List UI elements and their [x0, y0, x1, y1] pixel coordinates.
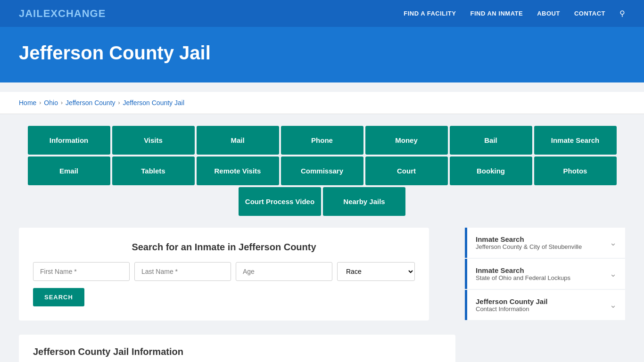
nav-find-facility[interactable]: FIND A FACILITY: [404, 10, 456, 17]
sidebar-text-1: Inmate Search State of Ohio and Federal …: [476, 266, 570, 281]
breadcrumb-ohio[interactable]: Ohio: [44, 99, 58, 107]
sidebar: Inmate Search Jefferson County & City of…: [465, 228, 625, 362]
info-preview: Jefferson County Jail Information: [19, 335, 455, 362]
sidebar-item-1[interactable]: Inmate Search State of Ohio and Federal …: [465, 259, 625, 289]
tile-money[interactable]: Money: [365, 126, 448, 155]
chevron-icon-2: ⌄: [610, 300, 617, 310]
tile-court[interactable]: Court: [365, 156, 448, 185]
tile-visits[interactable]: Visits: [112, 126, 195, 155]
age-input[interactable]: [236, 262, 332, 281]
tile-information[interactable]: Information: [28, 126, 110, 155]
bottom-section: Search for an Inmate in Jefferson County…: [19, 228, 625, 362]
tile-booking[interactable]: Booking: [450, 156, 532, 185]
breadcrumb: Home › Ohio › Jefferson County › Jeffers…: [0, 92, 644, 114]
search-icon[interactable]: ⚲: [619, 9, 625, 18]
tiles-row-2: EmailTabletsRemote VisitsCommissaryCourt…: [19, 156, 625, 185]
chevron-icon-1: ⌄: [610, 269, 617, 279]
tile-phone[interactable]: Phone: [281, 126, 363, 155]
page-title: Jefferson County Jail: [19, 42, 625, 64]
nav-about[interactable]: ABOUT: [537, 10, 560, 17]
main-content: Home › Ohio › Jefferson County › Jeffers…: [0, 82, 644, 362]
site-logo[interactable]: JAILEXCHANGE: [19, 8, 106, 20]
logo-exchange: EXCHANGE: [43, 8, 106, 19]
hero-section: Jefferson County Jail: [0, 28, 644, 82]
sidebar-item-0[interactable]: Inmate Search Jefferson County & City of…: [465, 228, 625, 258]
tiles-row-3: Court Process VideoNearby Jails: [19, 187, 625, 216]
tiles-row-1: InformationVisitsMailPhoneMoneyBailInmat…: [19, 126, 625, 155]
search-fields: Race White Black Hispanic Asian Other: [33, 262, 415, 281]
sidebar-subtitle-0: Jefferson County & City of Steubenville: [476, 243, 582, 250]
breadcrumb-sep-1: ›: [39, 99, 41, 106]
breadcrumb-home[interactable]: Home: [19, 99, 36, 107]
tile-court-process-video[interactable]: Court Process Video: [239, 187, 321, 216]
main-nav: FIND A FACILITY FIND AN INMATE ABOUT CON…: [404, 9, 625, 18]
search-heading: Search for an Inmate in Jefferson County: [33, 242, 415, 253]
sidebar-title-1: Inmate Search: [476, 266, 570, 274]
sidebar-subtitle-2: Contact Information: [476, 305, 548, 313]
chevron-icon-0: ⌄: [610, 238, 617, 248]
tile-photos[interactable]: Photos: [534, 156, 617, 185]
site-header: JAILEXCHANGE FIND A FACILITY FIND AN INM…: [0, 0, 644, 28]
breadcrumb-sep-3: ›: [118, 99, 120, 106]
logo-jail: JAIL: [19, 8, 43, 19]
sidebar-text-2: Jefferson County Jail Contact Informatio…: [476, 297, 548, 313]
search-button[interactable]: SEARCH: [33, 288, 84, 306]
tile-mail[interactable]: Mail: [197, 126, 279, 155]
sidebar-text-0: Inmate Search Jefferson County & City of…: [476, 235, 582, 250]
race-select[interactable]: Race White Black Hispanic Asian Other: [337, 262, 415, 281]
first-name-input[interactable]: [33, 262, 130, 281]
nav-find-inmate[interactable]: FIND AN INMATE: [470, 10, 523, 17]
breadcrumb-sep-2: ›: [61, 99, 63, 106]
tile-nearby-jails[interactable]: Nearby Jails: [323, 187, 405, 216]
breadcrumb-jefferson-county[interactable]: Jefferson County: [66, 99, 116, 107]
tile-tablets[interactable]: Tablets: [112, 156, 195, 185]
info-heading: Jefferson County Jail Information: [33, 346, 441, 357]
tile-email[interactable]: Email: [28, 156, 110, 185]
tile-bail[interactable]: Bail: [450, 126, 532, 155]
sidebar-subtitle-1: State of Ohio and Federal Lockups: [476, 274, 570, 281]
tile-commissary[interactable]: Commissary: [281, 156, 363, 185]
inmate-search-box: Search for an Inmate in Jefferson County…: [19, 228, 429, 321]
tile-remote-visits[interactable]: Remote Visits: [197, 156, 279, 185]
sidebar-title-0: Inmate Search: [476, 235, 582, 243]
sidebar-title-2: Jefferson County Jail: [476, 297, 548, 305]
breadcrumb-jail[interactable]: Jefferson County Jail: [123, 99, 184, 107]
tiles-section: InformationVisitsMailPhoneMoneyBailInmat…: [19, 126, 625, 216]
tile-inmate-search[interactable]: Inmate Search: [534, 126, 617, 155]
last-name-input[interactable]: [134, 262, 231, 281]
nav-contact[interactable]: CONTACT: [574, 10, 605, 17]
sidebar-item-2[interactable]: Jefferson County Jail Contact Informatio…: [465, 290, 625, 320]
